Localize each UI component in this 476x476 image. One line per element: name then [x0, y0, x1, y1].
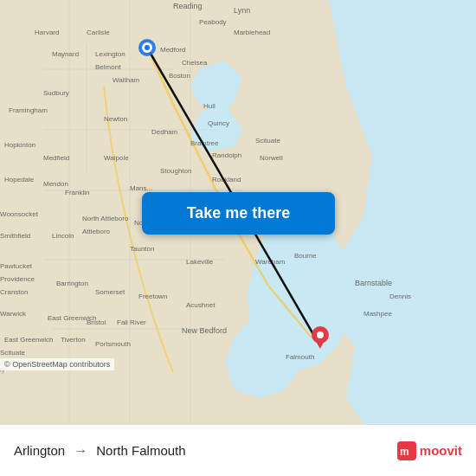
route-info: Arlington → North Falmouth: [14, 443, 186, 459]
svg-text:North Attleboro: North Attleboro: [82, 215, 129, 222]
svg-text:Maynard: Maynard: [52, 50, 79, 58]
svg-text:Sudbury: Sudbury: [43, 89, 69, 97]
svg-text:Lincoln: Lincoln: [52, 232, 74, 240]
svg-text:East Greenwich: East Greenwich: [4, 336, 53, 344]
svg-text:New Bedford: New Bedford: [182, 326, 227, 335]
take-me-there-button[interactable]: Take me there: [142, 192, 335, 235]
svg-text:Walpole: Walpole: [104, 154, 129, 162]
svg-text:Peabody: Peabody: [199, 18, 227, 26]
svg-text:Mendon: Mendon: [43, 180, 68, 188]
svg-text:Scituate: Scituate: [255, 137, 280, 145]
svg-text:Portsmouth: Portsmouth: [95, 340, 131, 348]
svg-text:Scituate: Scituate: [0, 349, 25, 357]
destination-label: North Falmouth: [96, 443, 185, 458]
svg-text:Medford: Medford: [160, 46, 185, 54]
svg-text:Bristol: Bristol: [87, 318, 106, 326]
svg-point-93: [317, 331, 324, 338]
svg-text:Pawtucket: Pawtucket: [0, 262, 33, 270]
svg-point-90: [145, 45, 150, 50]
svg-text:Chelsea: Chelsea: [182, 59, 208, 67]
svg-text:Tiverton: Tiverton: [61, 336, 86, 344]
svg-text:Barnstable: Barnstable: [355, 279, 392, 287]
moovit-logo-icon: m: [397, 441, 416, 460]
arrow-icon: →: [74, 443, 87, 459]
svg-text:Boston: Boston: [169, 72, 190, 80]
svg-text:Hopkinton: Hopkinton: [4, 141, 35, 149]
svg-text:Rockland: Rockland: [212, 176, 241, 183]
svg-text:Mans...: Mans...: [130, 184, 152, 192]
svg-text:Norwell: Norwell: [260, 154, 283, 162]
svg-text:Dedham: Dedham: [151, 128, 178, 136]
svg-text:Harvard: Harvard: [35, 29, 59, 36]
svg-text:Falmouth: Falmouth: [286, 353, 314, 361]
svg-text:Woonsocket: Woonsocket: [0, 210, 39, 218]
svg-text:Fall River: Fall River: [117, 318, 146, 326]
svg-text:Quincy: Quincy: [208, 119, 229, 127]
svg-text:Belmont: Belmont: [95, 63, 121, 71]
svg-text:Somerset: Somerset: [95, 288, 125, 296]
svg-text:Reading: Reading: [173, 2, 203, 10]
svg-text:Providence: Providence: [0, 275, 35, 283]
svg-text:Cranston: Cranston: [0, 288, 28, 296]
svg-text:Newton: Newton: [104, 115, 127, 123]
svg-text:Mashpee: Mashpee: [363, 310, 392, 318]
svg-text:Framingham: Framingham: [9, 106, 48, 114]
svg-text:Lynn: Lynn: [234, 6, 250, 15]
moovit-logo: m moovit: [397, 441, 462, 460]
osm-attribution: © OpenStreetMap contributors: [0, 358, 114, 370]
svg-text:Acushnet: Acushnet: [186, 301, 215, 309]
svg-text:Hopedale: Hopedale: [4, 176, 35, 183]
svg-text:Lexington: Lexington: [95, 50, 125, 58]
svg-text:m: m: [400, 446, 409, 458]
svg-text:Barrington: Barrington: [56, 280, 88, 287]
svg-text:Stoughton: Stoughton: [160, 167, 191, 175]
svg-text:Attleboro: Attleboro: [82, 228, 111, 235]
map-container: Reading Peabody Lynn Marblehead Carlisle…: [0, 0, 476, 424]
svg-text:Carlisle: Carlisle: [87, 29, 110, 36]
svg-text:Waltham: Waltham: [113, 76, 140, 84]
moovit-text: moovit: [420, 443, 462, 458]
svg-text:Franklin: Franklin: [65, 189, 89, 196]
svg-text:Marblehead: Marblehead: [234, 29, 270, 36]
svg-text:Smithfield: Smithfield: [0, 232, 30, 240]
svg-text:Bourne: Bourne: [294, 252, 317, 260]
svg-text:Warwick: Warwick: [0, 310, 27, 318]
svg-text:Medfield: Medfield: [43, 154, 69, 162]
svg-text:Hull: Hull: [203, 102, 215, 110]
svg-text:Dennis: Dennis: [389, 293, 411, 300]
svg-text:Randolph: Randolph: [212, 151, 241, 159]
svg-text:Taunton: Taunton: [130, 245, 154, 253]
cta-button-container[interactable]: Take me there: [142, 192, 335, 235]
footer-bar: Arlington → North Falmouth m moovit: [0, 424, 476, 476]
svg-text:Freetown: Freetown: [138, 293, 167, 300]
svg-text:Lakeville: Lakeville: [186, 258, 214, 266]
origin-label: Arlington: [14, 443, 65, 458]
